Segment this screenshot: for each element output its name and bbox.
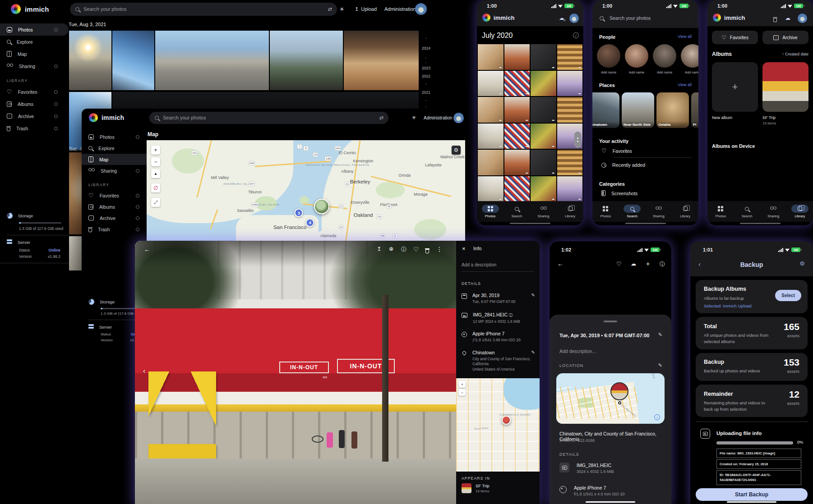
theme-toggle-icon[interactable]: ☀ <box>411 115 416 120</box>
close-icon[interactable]: × <box>462 245 466 252</box>
photo-thumbnail[interactable] <box>478 150 504 175</box>
back-arrow-icon[interactable]: ← <box>557 260 564 267</box>
people-view-all-link[interactable]: View all <box>678 34 692 40</box>
drag-handle[interactable] <box>604 321 617 322</box>
map-cluster-marker[interactable]: 4 <box>306 218 314 227</box>
photo-thumbnail[interactable]: ☁ <box>478 176 504 202</box>
info-icon[interactable]: ⓘ <box>401 246 406 253</box>
photo-thumbnail[interactable] <box>69 31 111 90</box>
start-backup-button[interactable]: Start Backup <box>696 488 808 501</box>
archive-button[interactable]: Archive <box>762 31 808 44</box>
avatar[interactable] <box>453 113 464 123</box>
sidebar-item-trash[interactable]: Trash <box>82 224 150 235</box>
photo-thumbnail[interactable]: ☁ <box>531 150 556 175</box>
photo-thumbnail[interactable] <box>344 31 419 90</box>
select-all-check-icon[interactable]: ✓ <box>573 32 579 38</box>
add-name-label[interactable]: Add name <box>601 70 616 74</box>
more-menu-icon[interactable]: ⋮ <box>436 246 443 253</box>
add-name-label[interactable]: Add name <box>685 70 698 74</box>
sidebar-item-albums[interactable]: Albums <box>0 98 69 110</box>
places-view-all-link[interactable]: View all <box>678 82 692 88</box>
photo-thumbnail[interactable]: ☁ <box>478 124 504 149</box>
edit-pencil-icon[interactable]: ✎ <box>658 362 662 368</box>
favorites-row[interactable]: ♡ Favorites <box>601 148 632 154</box>
sidebar-item-favorites[interactable]: Favorites <box>0 86 69 98</box>
map-compass-button[interactable]: ▲ <box>151 169 160 178</box>
map-zoom-in-button[interactable]: + <box>459 381 466 388</box>
cloud-sync-icon[interactable]: ☁∅ <box>559 15 564 21</box>
photo-thumbnail[interactable] <box>504 176 530 202</box>
map-photo-marker[interactable] <box>314 199 329 214</box>
tab-photos[interactable]: Photos <box>480 205 500 218</box>
select-button[interactable]: Select <box>775 290 801 301</box>
map-zoom-out-button[interactable]: − <box>459 389 466 396</box>
favorite-heart-icon[interactable]: ♡ <box>616 261 622 267</box>
tab-search[interactable]: Search <box>507 205 527 218</box>
place-card[interactable]: Omaha <box>656 92 689 128</box>
sidebar-item-map[interactable]: Map <box>0 48 69 60</box>
photo-thumbnail[interactable]: ☁ <box>531 176 556 202</box>
photo-thumbnail[interactable]: ☁ <box>531 97 556 123</box>
tab-library[interactable]: Library <box>675 205 695 218</box>
photo-thumbnail[interactable]: ☁ <box>504 71 530 96</box>
place-card[interactable]: Pi <box>691 92 698 128</box>
add-description-field[interactable]: Add description... <box>559 348 596 354</box>
photo-thumbnail[interactable]: ☁ <box>478 44 504 70</box>
photo-thumbnail[interactable]: ☁ <box>478 71 504 96</box>
favorite-heart-icon[interactable]: ♡ <box>413 246 419 253</box>
sidebar-item-sharing[interactable]: Sharing <box>82 165 150 176</box>
share-icon[interactable]: ↥ <box>377 246 381 252</box>
person-item[interactable]: Add name <box>597 44 620 74</box>
map-theme-button[interactable]: ∅ <box>151 183 160 192</box>
photo-thumbnail[interactable]: ☁ <box>504 124 530 149</box>
map-cluster-marker[interactable]: 3 <box>295 209 303 217</box>
sidebar-item-archive[interactable]: Archive <box>82 212 150 224</box>
favorites-button[interactable]: ♡Favorites <box>712 31 758 44</box>
photo-thumbnail[interactable]: ☁ <box>557 150 583 175</box>
map-settings-gear-icon[interactable]: ⚙ <box>452 146 461 155</box>
previous-photo-chevron[interactable]: ‹ <box>143 367 145 375</box>
screenshots-row[interactable]: Screenshots <box>601 190 637 196</box>
map-zoom-out-button[interactable]: − <box>151 157 160 166</box>
add-name-label[interactable]: Add name <box>629 70 644 74</box>
sidebar-item-photos[interactable]: Photos <box>0 23 69 36</box>
map-attribution-info-icon[interactable]: i <box>654 414 660 420</box>
filter-icon[interactable]: ⇄ <box>379 115 383 121</box>
delete-icon[interactable] <box>425 249 429 253</box>
sort-button[interactable]: ↑ Created date <box>782 52 808 56</box>
photo-thumbnail[interactable]: ☁ <box>557 176 583 202</box>
search-input[interactable]: Search your photos ⇄ <box>149 112 388 124</box>
trash-icon[interactable] <box>773 18 777 22</box>
photo-thumbnail[interactable]: ☁ <box>557 71 583 96</box>
sidebar-item-explore[interactable]: Explore <box>82 142 150 154</box>
sidebar-item-trash[interactable]: Trash <box>0 122 69 134</box>
edit-pencil-icon[interactable]: ✎ <box>531 293 535 298</box>
photo-thumbnail[interactable] <box>112 31 154 90</box>
sidebar-item-favorites[interactable]: Favorites <box>82 190 150 201</box>
photo-thumbnail[interactable] <box>557 97 583 123</box>
recently-added-row[interactable]: Recently added <box>601 162 645 168</box>
person-item[interactable]: Add name <box>653 44 676 74</box>
add-icon[interactable]: + <box>646 260 650 267</box>
search-input[interactable]: Search your photos ⇄ <box>70 3 337 16</box>
photo-thumbnail[interactable]: ☁ <box>478 97 504 123</box>
appears-in-album[interactable]: SF Trip 15 items <box>462 483 490 493</box>
zoom-icon[interactable]: ⊕ <box>389 246 393 252</box>
photo-thumbnail[interactable] <box>504 44 530 70</box>
place-card[interactable]: Near North Side <box>622 92 654 128</box>
theme-toggle-icon[interactable]: ☀ <box>339 6 345 12</box>
map-zoom-in-button[interactable]: + <box>151 146 160 155</box>
add-name-label[interactable]: Add name <box>657 70 672 74</box>
photo-thumbnail[interactable]: ☁ <box>531 124 556 149</box>
tab-library[interactable]: Library <box>790 205 810 218</box>
photo-thumbnail[interactable] <box>270 31 343 90</box>
edit-pencil-icon[interactable]: ✎ <box>658 332 662 338</box>
avatar[interactable] <box>569 14 579 23</box>
map-fullscreen-button[interactable]: ⤢ <box>151 198 160 207</box>
tab-photos[interactable]: Photos <box>711 205 730 218</box>
photo-viewer-image[interactable]: IN-N-OUT IN-N-OUT 333 ‹ <box>135 241 456 504</box>
album-card-sf-trip[interactable] <box>762 62 808 112</box>
photo-thumbnail[interactable] <box>155 31 269 90</box>
upload-button[interactable]: ↥Upload <box>355 6 377 12</box>
back-arrow-icon[interactable]: ← <box>144 246 150 253</box>
